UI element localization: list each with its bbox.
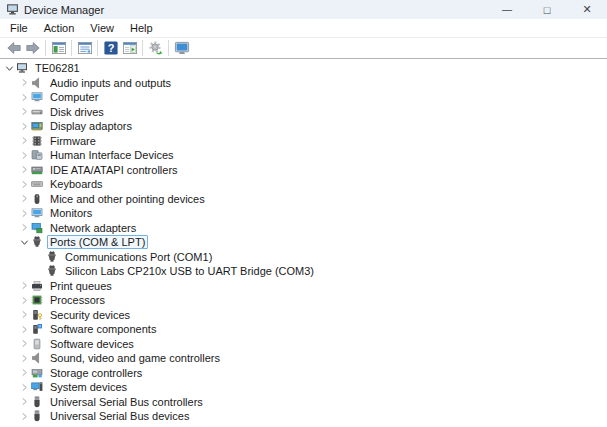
chevron-right-icon[interactable] bbox=[17, 367, 31, 379]
tree-item[interactable]: System devices bbox=[0, 380, 607, 395]
tree-item-label[interactable]: Storage controllers bbox=[47, 366, 145, 380]
tree-item[interactable]: Human Interface Devices bbox=[0, 148, 607, 163]
tree-item[interactable]: Audio inputs and outputs bbox=[0, 76, 607, 91]
chevron-right-icon[interactable] bbox=[17, 381, 31, 393]
chevron-down-icon[interactable] bbox=[2, 62, 16, 74]
firmware-chip-icon bbox=[31, 135, 43, 147]
tree-item-label[interactable]: Sound, video and game controllers bbox=[47, 351, 223, 365]
forward-arrow-icon bbox=[25, 40, 41, 56]
menu-action[interactable]: Action bbox=[36, 20, 83, 37]
chevron-right-icon[interactable] bbox=[17, 280, 31, 292]
menu-view[interactable]: View bbox=[82, 20, 122, 37]
chevron-right-icon[interactable] bbox=[17, 410, 31, 422]
chevron-right-icon[interactable] bbox=[17, 396, 31, 408]
tree-item[interactable]: Processors bbox=[0, 293, 607, 308]
tree-item[interactable]: Software components bbox=[0, 322, 607, 337]
toolbar-separator bbox=[168, 40, 169, 56]
disk-drive-icon bbox=[31, 106, 43, 118]
scan-hardware-icon bbox=[148, 40, 164, 56]
tree-item[interactable]: Keyboards bbox=[0, 177, 607, 192]
tree-item-label[interactable]: Processors bbox=[47, 293, 108, 307]
tree-item[interactable]: IDE ATA/ATAPI controllers bbox=[0, 163, 607, 178]
action-pane-icon bbox=[122, 40, 138, 56]
tree-item-label[interactable]: Software devices bbox=[47, 337, 137, 351]
chevron-right-icon[interactable] bbox=[17, 135, 31, 147]
tree-item-label[interactable]: Computer bbox=[47, 90, 101, 104]
tree-item-label[interactable]: Silicon Labs CP210x USB to UART Bridge (… bbox=[62, 264, 317, 278]
tree-item-label[interactable]: Disk drives bbox=[47, 105, 107, 119]
tree-item-label[interactable]: Keyboards bbox=[47, 177, 106, 191]
chevron-right-icon[interactable] bbox=[17, 323, 31, 335]
hid-icon bbox=[31, 149, 43, 161]
tree-item-label[interactable]: Mice and other pointing devices bbox=[47, 192, 208, 206]
tree-item[interactable]: Sound, video and game controllers bbox=[0, 351, 607, 366]
chevron-right-icon[interactable] bbox=[17, 120, 31, 132]
tree-item[interactable]: Mice and other pointing devices bbox=[0, 192, 607, 207]
chevron-right-icon[interactable] bbox=[17, 352, 31, 364]
tree-item[interactable]: Network adapters bbox=[0, 221, 607, 236]
tree-item-label[interactable]: System devices bbox=[47, 380, 130, 394]
toolbar bbox=[0, 38, 607, 59]
tree-item[interactable]: TE06281 bbox=[0, 61, 607, 76]
help-button[interactable] bbox=[101, 39, 120, 58]
tree-item[interactable]: Universal Serial Bus controllers bbox=[0, 395, 607, 410]
show-hide-action-pane-button[interactable] bbox=[120, 39, 139, 58]
tree-item[interactable]: Print queues bbox=[0, 279, 607, 294]
chevron-down-icon[interactable] bbox=[17, 236, 31, 248]
chevron-right-icon[interactable] bbox=[17, 149, 31, 161]
tree-item[interactable]: Universal Serial Bus devices bbox=[0, 409, 607, 424]
tree-item-label[interactable]: TE06281 bbox=[32, 61, 83, 75]
chevron-right-icon[interactable] bbox=[17, 193, 31, 205]
tree-item[interactable]: Software devices bbox=[0, 337, 607, 352]
tree-item[interactable]: Storage controllers bbox=[0, 366, 607, 381]
tree-item-label[interactable]: Ports (COM & LPT) bbox=[47, 235, 148, 249]
tree-item[interactable]: Firmware bbox=[0, 134, 607, 149]
tree-item-label[interactable]: Print queues bbox=[47, 279, 115, 293]
keyboard-icon bbox=[31, 178, 43, 190]
tree-item[interactable]: Communications Port (COM1) bbox=[0, 250, 607, 265]
chevron-right-icon[interactable] bbox=[17, 164, 31, 176]
tree-item-label[interactable]: Firmware bbox=[47, 134, 99, 148]
maximize-button[interactable]: □ bbox=[527, 0, 567, 19]
chevron-right-icon[interactable] bbox=[17, 294, 31, 306]
device-manager-app-icon bbox=[6, 3, 19, 16]
tree-item-label[interactable]: Human Interface Devices bbox=[47, 148, 177, 162]
tree-item[interactable]: Monitors bbox=[0, 206, 607, 221]
chevron-right-icon[interactable] bbox=[17, 338, 31, 350]
tree-item-label[interactable]: Audio inputs and outputs bbox=[47, 76, 174, 90]
chevron-right-icon[interactable] bbox=[17, 106, 31, 118]
chevron-right-icon[interactable] bbox=[17, 222, 31, 234]
tree-item-label[interactable]: IDE ATA/ATAPI controllers bbox=[47, 163, 181, 177]
tree-item-label[interactable]: Universal Serial Bus devices bbox=[47, 409, 192, 423]
tree-item-label[interactable]: Software components bbox=[47, 322, 159, 336]
remote-computer-button[interactable] bbox=[172, 39, 191, 58]
scan-for-hardware-changes-button[interactable] bbox=[146, 39, 165, 58]
tree-item[interactable]: Security devices bbox=[0, 308, 607, 323]
chevron-right-icon[interactable] bbox=[17, 309, 31, 321]
tree-item[interactable]: Disk drives bbox=[0, 105, 607, 120]
minimize-button[interactable]: — bbox=[487, 0, 527, 19]
chevron-right-icon[interactable] bbox=[17, 207, 31, 219]
tree-item[interactable]: Computer bbox=[0, 90, 607, 105]
tree-item-label[interactable]: Monitors bbox=[47, 206, 95, 220]
close-button[interactable]: ✕ bbox=[567, 0, 607, 19]
chevron-right-icon[interactable] bbox=[17, 178, 31, 190]
tree-item[interactable]: Silicon Labs CP210x USB to UART Bridge (… bbox=[0, 264, 607, 279]
show-hide-console-tree-button[interactable] bbox=[49, 39, 68, 58]
tree-item-label[interactable]: Universal Serial Bus controllers bbox=[47, 395, 206, 409]
chevron-right-icon[interactable] bbox=[17, 77, 31, 89]
tree-item-label[interactable]: Display adaptors bbox=[47, 119, 135, 133]
mouse-icon bbox=[31, 193, 43, 205]
properties-button[interactable] bbox=[75, 39, 94, 58]
menu-file[interactable]: File bbox=[2, 20, 36, 37]
tree-item[interactable]: Ports (COM & LPT) bbox=[0, 235, 607, 250]
forward-button[interactable] bbox=[23, 39, 42, 58]
tree-item-label[interactable]: Communications Port (COM1) bbox=[62, 250, 215, 264]
chevron-right-icon[interactable] bbox=[17, 91, 31, 103]
back-button[interactable] bbox=[4, 39, 23, 58]
back-arrow-icon bbox=[6, 40, 22, 56]
tree-item-label[interactable]: Security devices bbox=[47, 308, 133, 322]
tree-item-label[interactable]: Network adapters bbox=[47, 221, 139, 235]
menu-help[interactable]: Help bbox=[122, 20, 161, 37]
tree-item[interactable]: Display adaptors bbox=[0, 119, 607, 134]
